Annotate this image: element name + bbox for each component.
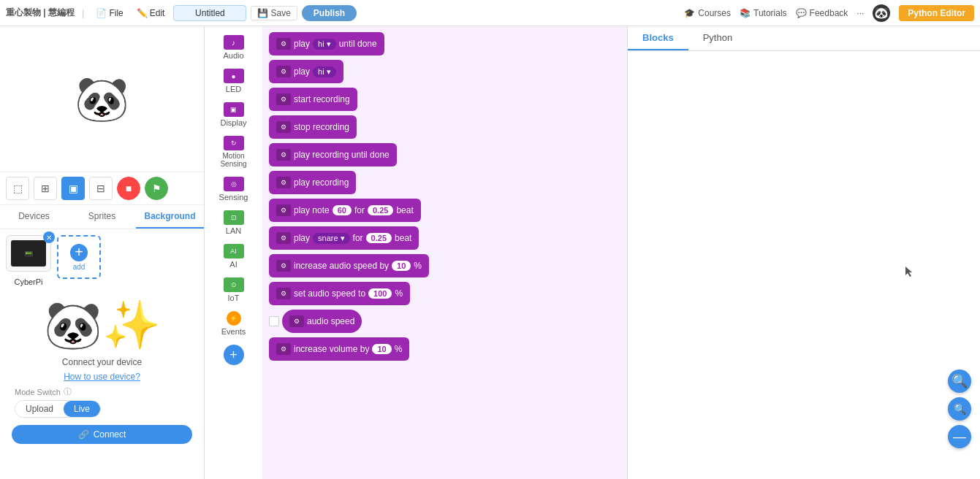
feedback-label: Feedback xyxy=(810,8,848,18)
block-set-audio-speed[interactable]: ⚙ set audio speed to 100 % xyxy=(269,282,410,305)
block-icon: ⚙ xyxy=(276,232,291,244)
tab-background[interactable]: Background xyxy=(136,205,204,229)
iot-label: IoT xyxy=(228,294,240,302)
play-button[interactable]: ⚑ xyxy=(145,177,168,200)
device-section: ✕ 📟 CyberPi + add 🐼✨ xyxy=(0,229,204,479)
left-panel: 🐼 ⬚ ⊞ ▣ ⊟ ■ ⚑ Devices Sprites Background xyxy=(0,26,205,479)
zoom-reset-button[interactable]: 🔍 xyxy=(948,397,971,421)
sensing-label: Sensing xyxy=(219,193,248,202)
more-menu[interactable]: ··· xyxy=(856,8,864,18)
block-dropdown[interactable]: hi ▾ xyxy=(313,39,336,50)
block-play-recording-until[interactable]: ⚙ play recording until done xyxy=(269,143,397,166)
block-play-hi-until[interactable]: ⚙ play hi ▾ until done xyxy=(269,32,384,55)
cat-motion[interactable]: ↻ Motion Sensing xyxy=(208,133,259,171)
live-mode-button[interactable]: Live xyxy=(64,401,100,417)
save-button[interactable]: 💾 Save xyxy=(251,6,297,20)
block-dropdown[interactable]: hi ▾ xyxy=(313,66,336,77)
zoom-in-button[interactable]: 🔍 xyxy=(948,369,971,393)
cat-events[interactable]: ⚡ Events xyxy=(208,308,259,339)
block-icon: ⚙ xyxy=(289,315,304,327)
edit-menu[interactable]: ✏️ Edit xyxy=(132,7,170,20)
tab-python[interactable]: Python xyxy=(688,26,747,50)
block-stop-recording[interactable]: ⚙ stop recording xyxy=(269,115,357,139)
block-unit: % xyxy=(395,288,403,299)
cat-iot[interactable]: ⊙ IoT xyxy=(208,275,259,305)
tab-devices[interactable]: Devices xyxy=(0,205,68,229)
cat-audio[interactable]: ♪ Audio xyxy=(208,32,259,63)
how-to-use-link[interactable]: How to use device? xyxy=(64,372,140,382)
speed-value: 100 xyxy=(368,288,392,299)
block-text2: until done xyxy=(339,39,377,49)
snare-dropdown[interactable]: snare ▾ xyxy=(313,233,350,244)
expand-button[interactable]: ⬚ xyxy=(6,177,29,200)
sprite-canvas: 🐼 xyxy=(0,26,204,172)
tab-blocks[interactable]: Blocks xyxy=(628,26,688,50)
tutorials-icon: 📚 xyxy=(740,8,751,18)
device-name-label: CyberPi xyxy=(6,277,51,286)
plus-icon: + xyxy=(70,244,88,261)
device-close-button[interactable]: ✕ xyxy=(43,231,55,243)
cat-led[interactable]: ● LED xyxy=(208,66,259,96)
tutorials-link[interactable]: 📚 Tutorials xyxy=(740,8,787,18)
cat-ai[interactable]: AI AI xyxy=(208,241,259,272)
cat-lan[interactable]: ⊡ LAN xyxy=(208,207,259,238)
block-text3: beat xyxy=(395,233,411,243)
block-play-note[interactable]: ⚙ play note 60 for 0.25 beat xyxy=(269,199,421,222)
block-icon: ⚙ xyxy=(276,204,291,216)
events-icon: ⚡ xyxy=(227,311,241,326)
toolbar-row: ⬚ ⊞ ▣ ⊟ ■ ⚑ xyxy=(0,172,204,205)
block-play-hi[interactable]: ⚙ play hi ▾ xyxy=(269,60,343,83)
upload-mode-button[interactable]: Upload xyxy=(15,401,64,417)
add-device-button[interactable]: + add xyxy=(57,235,101,279)
topbar-right: 🎓 Courses 📚 Tutorials 💬 Feedback ··· 🐼 P… xyxy=(684,4,974,22)
ai-label: AI xyxy=(229,260,237,269)
block-text1: set audio speed to xyxy=(294,288,365,299)
block-unit: % xyxy=(395,344,403,354)
audio-speed-checkbox[interactable] xyxy=(269,316,279,326)
block-text1: increase volume by xyxy=(294,344,369,354)
block-text1: play xyxy=(294,233,310,243)
add-category-button[interactable]: + xyxy=(224,345,244,365)
divider: | xyxy=(82,7,84,18)
sprite-section: 🐼✨ Connect your device How to use device… xyxy=(6,292,198,453)
file-menu[interactable]: 📄 File xyxy=(91,7,127,20)
workspace-canvas[interactable]: 🔍 🔍 — xyxy=(628,51,980,478)
avatar[interactable]: 🐼 xyxy=(873,4,890,22)
block-audio-speed-reporter[interactable]: ⚙ audio speed xyxy=(282,310,362,333)
feedback-link[interactable]: 💬 Feedback xyxy=(796,8,848,18)
block-text: play recording until done xyxy=(294,150,390,160)
tab-sprites[interactable]: Sprites xyxy=(68,205,136,229)
python-editor-button[interactable]: Python Editor xyxy=(899,5,974,21)
block-icon: ⚙ xyxy=(276,260,291,272)
save-label: Save xyxy=(270,8,290,18)
block-view-button[interactable]: ▣ xyxy=(61,177,85,200)
grid-view-button[interactable]: ⊞ xyxy=(34,177,57,200)
list-view-button[interactable]: ⊟ xyxy=(89,177,113,200)
zoom-out-button[interactable]: — xyxy=(948,425,971,448)
category-panel: ♪ Audio ● LED ▣ Display ↻ Motion Sensing… xyxy=(205,26,263,479)
connect-button[interactable]: 🔗 Connect xyxy=(12,425,192,444)
block-text1: play note xyxy=(294,205,330,215)
sprite-image: 🐼✨ xyxy=(44,298,161,353)
block-increase-audio-speed[interactable]: ⚙ increase audio speed by 10 % xyxy=(269,254,429,277)
block-increase-volume[interactable]: ⚙ increase volume by 10 % xyxy=(269,337,409,361)
block-start-recording[interactable]: ⚙ start recording xyxy=(269,88,357,111)
cat-display[interactable]: ▣ Display xyxy=(208,99,259,130)
iot-icon: ⊙ xyxy=(224,277,244,292)
device-card-cyberpi[interactable]: ✕ 📟 xyxy=(6,235,51,272)
block-icon: ⚙ xyxy=(276,343,291,355)
stop-button[interactable]: ■ xyxy=(117,177,140,200)
close-icon: ✕ xyxy=(46,234,52,242)
cat-sensing[interactable]: ◎ Sensing xyxy=(208,174,259,204)
courses-link[interactable]: 🎓 Courses xyxy=(684,8,731,18)
block-text1: play xyxy=(294,39,310,49)
project-name[interactable]: Untitled xyxy=(173,5,246,21)
block-icon: ⚙ xyxy=(276,66,291,77)
block-play-recording[interactable]: ⚙ play recording xyxy=(269,171,356,194)
courses-icon: 🎓 xyxy=(684,8,695,18)
publish-button[interactable]: Publish xyxy=(302,5,357,21)
block-text: start recording xyxy=(294,94,350,104)
edit-icon: ✏️ xyxy=(137,8,148,18)
block-icon: ⚙ xyxy=(276,93,291,105)
block-play-snare[interactable]: ⚙ play snare ▾ for 0.25 beat xyxy=(269,226,419,250)
